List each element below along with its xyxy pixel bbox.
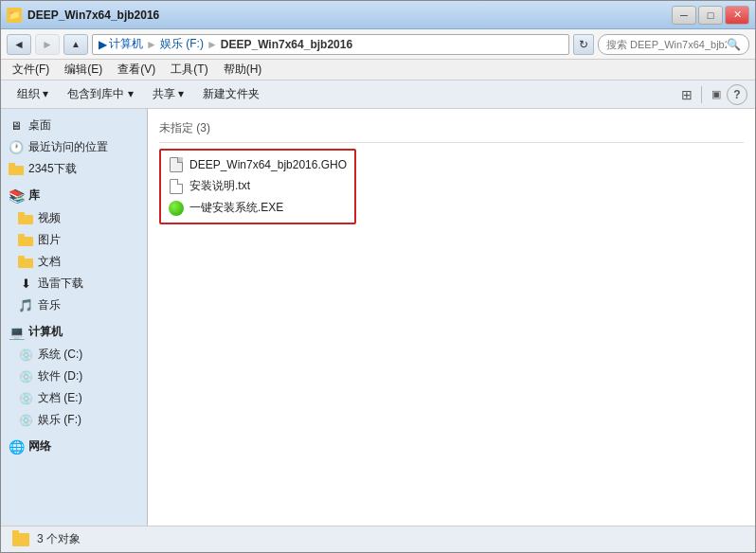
back-button[interactable]: ◄ [7, 34, 31, 55]
sidebar-item-drive-f[interactable]: 💿 娱乐 (F:) [1, 409, 147, 431]
menu-edit[interactable]: 编辑(E) [57, 60, 110, 80]
desktop-icon: 🖥 [9, 118, 24, 134]
sidebar-group-computer-label: 计算机 [28, 324, 63, 340]
refresh-button[interactable]: ↻ [573, 34, 594, 55]
maximize-button[interactable]: □ [698, 6, 723, 25]
toolbar-share[interactable]: 共享 ▾ [144, 83, 192, 106]
sidebar-item-recent[interactable]: 🕐 最近访问的位置 [1, 136, 147, 158]
drive-f-icon: 💿 [18, 413, 33, 428]
folder-icon-2345 [9, 163, 24, 175]
sidebar-item-drive-d[interactable]: 💿 软件 (D:) [1, 366, 147, 387]
sidebar-item-desktop[interactable]: 🖥 桌面 [1, 115, 147, 136]
sidebar-group-library[interactable]: 📚 库 [1, 184, 147, 207]
sidebar-group-library-label: 库 [28, 187, 40, 204]
addressbar: ◄ ► ▲ ▶ 计算机 ► 娱乐 (F:) ► DEEP_Win7x64_bjb… [1, 29, 755, 60]
exe-file-icon [169, 201, 184, 216]
file-group-header: 未指定 (3) [159, 116, 744, 143]
sidebar-label-video: 视频 [38, 210, 61, 226]
toolbar-organize[interactable]: 组织 ▾ [9, 83, 57, 106]
menu-help[interactable]: 帮助(H) [216, 60, 270, 80]
preview-pane-button[interactable]: ▣ [707, 85, 726, 104]
sidebar-item-drive-e[interactable]: 💿 文档 (E:) [1, 387, 147, 409]
folder-icon-documents [18, 256, 33, 268]
view-change-button[interactable]: ⊞ [677, 85, 696, 104]
forward-button[interactable]: ► [35, 34, 60, 55]
breadcrumb-computer[interactable]: 计算机 [109, 36, 143, 52]
file-selection-box: DEEP_Win7x64_bjb2016.GHO 安装说明.txt 一键安装系统… [159, 149, 356, 224]
minimize-button[interactable]: ─ [672, 6, 696, 25]
sidebar-label-drive-f: 娱乐 (F:) [38, 412, 81, 428]
file-area: 未指定 (3) DEEP_Win7x64_bjb2016.GHO 安装说明.tx… [148, 109, 755, 526]
sidebar-group-computer[interactable]: 💻 计算机 [1, 320, 147, 344]
folder-icon-video [18, 212, 33, 224]
sidebar-label-pictures: 图片 [38, 232, 61, 248]
breadcrumb-root-icon: ▶ [99, 38, 107, 51]
sidebar: 🖥 桌面 🕐 最近访问的位置 2345下载 📚 库 视频 [1, 109, 148, 526]
sidebar-label-xunlei: 迅雷下载 [38, 276, 83, 292]
breadcrumb-sep-2: ► [207, 38, 218, 51]
up-button[interactable]: ▲ [63, 34, 88, 55]
search-bar[interactable]: 🔍 [598, 34, 749, 55]
txt-file-icon [169, 179, 184, 194]
library-icon: 📚 [9, 188, 25, 204]
drive-e-icon: 💿 [18, 391, 33, 406]
sidebar-label-2345: 2345下载 [28, 161, 77, 177]
main-content: 🖥 桌面 🕐 最近访问的位置 2345下载 📚 库 视频 [1, 109, 755, 526]
search-input[interactable] [606, 39, 727, 50]
folder-icon-pictures [18, 234, 33, 246]
view-divider [701, 86, 702, 103]
gho-file-icon [169, 157, 184, 172]
sidebar-item-xunlei[interactable]: ⬇ 迅雷下载 [1, 273, 147, 294]
sidebar-label-recent: 最近访问的位置 [28, 139, 108, 155]
window: 📁 DEEP_Win7x64_bjb2016 ─ □ ✕ ◄ ► ▲ ▶ 计算机… [0, 0, 756, 553]
sidebar-item-2345download[interactable]: 2345下载 [1, 158, 147, 180]
breadcrumb-drive[interactable]: 娱乐 (F:) [160, 36, 204, 52]
toolbar: 组织 ▾ 包含到库中 ▾ 共享 ▾ 新建文件夹 ⊞ ▣ ? [1, 80, 755, 109]
toolbar-include-library[interactable]: 包含到库中 ▾ [59, 83, 141, 106]
breadcrumb-folder[interactable]: DEEP_Win7x64_bjb2016 [221, 38, 352, 51]
statusbar-text: 3 个对象 [37, 531, 81, 547]
network-icon: 🌐 [9, 439, 25, 455]
recent-icon: 🕐 [9, 140, 24, 155]
statusbar-folder-icon [12, 533, 29, 546]
computer-icon: 💻 [9, 325, 25, 340]
sidebar-item-video[interactable]: 视频 [1, 207, 147, 229]
sidebar-item-drive-c[interactable]: 💿 系统 (C:) [1, 344, 147, 366]
statusbar: 3 个对象 [1, 526, 755, 552]
file-name-txt: 安装说明.txt [189, 178, 250, 194]
help-button[interactable]: ? [727, 84, 747, 105]
xunlei-icon: ⬇ [18, 276, 33, 292]
menu-view[interactable]: 查看(V) [110, 60, 163, 80]
toolbar-view-icons: ⊞ ▣ ? [677, 84, 747, 105]
sidebar-label-music: 音乐 [38, 297, 61, 313]
window-icon: 📁 [7, 8, 22, 23]
drive-d-icon: 💿 [18, 369, 33, 384]
file-item-gho[interactable]: DEEP_Win7x64_bjb2016.GHO [165, 154, 351, 175]
sidebar-group-network-label: 网络 [28, 438, 51, 455]
close-button[interactable]: ✕ [725, 6, 749, 25]
sidebar-item-music[interactable]: 🎵 音乐 [1, 294, 147, 316]
sidebar-label-desktop: 桌面 [28, 117, 51, 134]
sidebar-label-documents: 文档 [38, 254, 61, 270]
menu-tools[interactable]: 工具(T) [163, 60, 215, 80]
sidebar-label-drive-e: 文档 (E:) [38, 390, 82, 406]
breadcrumb-sep-1: ► [146, 38, 157, 51]
titlebar-buttons: ─ □ ✕ [672, 6, 749, 25]
sidebar-item-documents[interactable]: 文档 [1, 251, 147, 273]
window-title: DEEP_Win7x64_bjb2016 [27, 9, 672, 22]
toolbar-new-folder[interactable]: 新建文件夹 [194, 83, 268, 106]
titlebar: 📁 DEEP_Win7x64_bjb2016 ─ □ ✕ [1, 1, 755, 29]
drive-c-icon: 💿 [18, 348, 33, 363]
search-icon: 🔍 [727, 38, 741, 51]
sidebar-group-network[interactable]: 🌐 网络 [1, 435, 147, 458]
file-item-exe[interactable]: 一键安装系统.EXE [165, 197, 351, 219]
file-name-gho: DEEP_Win7x64_bjb2016.GHO [189, 158, 347, 171]
breadcrumb-bar[interactable]: ▶ 计算机 ► 娱乐 (F:) ► DEEP_Win7x64_bjb2016 [92, 34, 569, 55]
file-item-txt[interactable]: 安装说明.txt [165, 175, 351, 197]
menu-bar: 文件(F) 编辑(E) 查看(V) 工具(T) 帮助(H) [1, 60, 755, 80]
sidebar-label-drive-c: 系统 (C:) [38, 347, 82, 363]
sidebar-label-drive-d: 软件 (D:) [38, 368, 82, 384]
sidebar-item-pictures[interactable]: 图片 [1, 229, 147, 251]
music-icon: 🎵 [18, 298, 33, 313]
menu-file[interactable]: 文件(F) [5, 60, 57, 80]
